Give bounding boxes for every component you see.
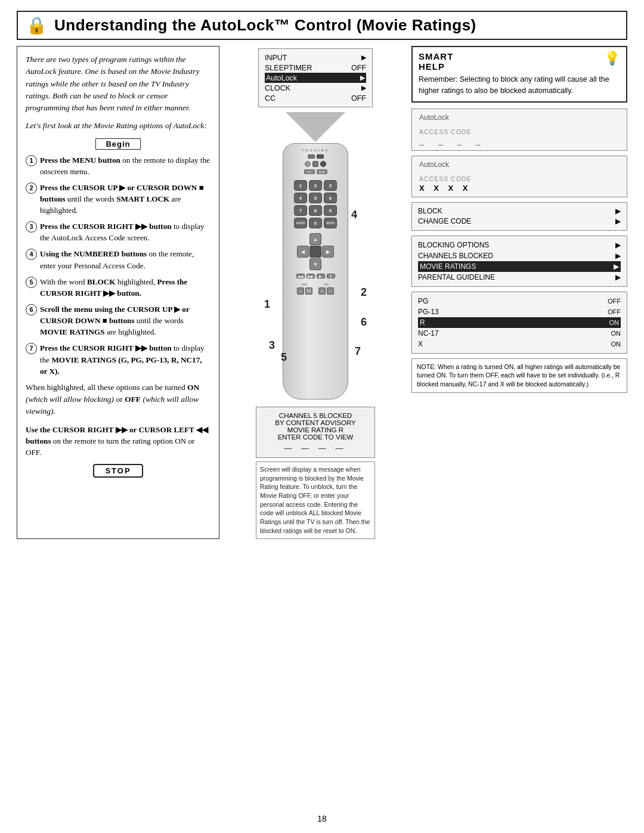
remote-illustration: TOSHIBA (256, 143, 375, 400)
remote-btn-auto2: AUTO (324, 218, 337, 228)
block-row-changecode: CHANGE CODE▶ (418, 216, 621, 227)
smart-help-body: Remember: Selecting to block any rating … (419, 74, 620, 97)
remote-vcr-btn: VCR (317, 169, 327, 174)
page-number: 18 (317, 814, 327, 823)
remote-tvcr-row: TV VCR (304, 169, 327, 174)
remote-icon-row (305, 161, 326, 167)
blocking-row-options: BLOCKING OPTIONS▶ (418, 240, 621, 250)
ch-label: CH (324, 283, 328, 286)
remote-body: TOSHIBA (283, 143, 348, 400)
step-6: 6 Scroll the menu using the CURSOR UP ▶ … (26, 304, 210, 337)
autolock-label1: AutoLock (419, 113, 620, 122)
smart-help-title: Smart Help 💡 (419, 51, 620, 72)
intro-italic: There are two types of program ratings w… (26, 55, 200, 112)
step-text-4: Using the NUMBERED buttons on the remote… (40, 248, 210, 271)
vol-up: + (297, 287, 304, 295)
page-header: 🔒 Understanding the AutoLock™ Control (M… (17, 11, 627, 40)
remote-icon-1 (305, 161, 311, 167)
blocking-row-movie-ratings: MOVIE RATINGS▶ (418, 261, 621, 272)
dpad-tr (322, 233, 334, 245)
right-column: Smart Help 💡 Remember: Selecting to bloc… (408, 46, 627, 539)
remote-btn-8: 8 (309, 205, 322, 216)
tv-menu-row-input: INPUT▶ (265, 52, 366, 63)
small-note: Screen will display a message when progr… (256, 462, 375, 539)
begin-label: Begin (26, 138, 210, 150)
rating-row-x: XON (418, 339, 621, 349)
dpad-down: ▼ (309, 258, 321, 270)
tv-menu-row-cc: CCOFF (265, 93, 366, 103)
center-column: INPUT▶ SLEEPTIMEROFF AutoLock▶ CLOCK▶ CC… (223, 46, 408, 539)
dpad-br (322, 258, 334, 270)
rating-row-nc17: NC-17ON (418, 328, 621, 339)
remote-brand: TOSHIBA (301, 148, 329, 152)
bottom-line2: BY CONTENT ADVISORY (262, 419, 369, 426)
step-3: 3 Press the CURSOR RIGHT ▶▶ button to di… (26, 221, 210, 243)
remote-dpad: ▲ ◀ ▶ ▼ (297, 233, 334, 270)
remote-top-buttons (308, 154, 324, 159)
remote-btn-auto: AUTO (294, 218, 307, 228)
autolock-screen2: AutoLock ACCESS CODE X X X X (411, 156, 627, 197)
remote-btn-sleep (308, 154, 315, 159)
step-num-2: 2 (26, 182, 37, 194)
ratings-box: PGOFF PG-13OFF RON NC-17ON XON (411, 292, 627, 354)
autolock-dashes: _ _ _ _ (419, 137, 620, 146)
rating-row-pg: PGOFF (418, 296, 621, 306)
remote-btn-3: 3 (324, 180, 337, 191)
step-5: 5 With the word BLOCK highlighted, Press… (26, 276, 210, 299)
page-title: Understanding the AutoLock™ Control (Mov… (54, 16, 476, 35)
bottom-line4: ENTER CODE TO VIEW (262, 433, 369, 441)
step-num-6: 6 (26, 304, 37, 315)
remote-btn-7: 7 (294, 205, 307, 216)
block-row-block: BLOCK▶ (418, 206, 621, 216)
dpad-up: ▲ (309, 233, 321, 245)
cursor-right-step: Use the CURSOR RIGHT ▶▶ or CURSOR LEFT ◀… (26, 424, 210, 458)
step-num-4: 4 (26, 249, 37, 260)
begin-box: Begin (95, 138, 140, 150)
step-text-3: Press the CURSOR RIGHT ▶▶ button to disp… (40, 221, 210, 243)
access-code-label2: ACCESS CODE (419, 175, 620, 182)
page: 🔒 Understanding the AutoLock™ Control (M… (0, 0, 644, 833)
remote-tv-btn: TV (304, 169, 315, 174)
step-overlay-5: 5 (281, 351, 287, 364)
ch-up: + (318, 287, 326, 295)
autolock-screen1: AutoLock ACCESS CODE _ _ _ _ (411, 109, 627, 151)
step-num-1: 1 (26, 155, 37, 166)
smart-help-title-text: Smart Help (419, 51, 453, 72)
bottom-line1: CHANNEL 5 BLOCKED (262, 412, 369, 419)
step-num-3: 3 (26, 221, 37, 233)
step-4: 4 Using the NUMBERED buttons on the remo… (26, 248, 210, 271)
ch-down: - (327, 287, 334, 295)
after-step7-text: When highlighted, all these options can … (26, 382, 210, 418)
step-num-5: 5 (26, 277, 37, 288)
step-overlay-2: 2 (361, 286, 367, 299)
step-text-1: Press the MENU button on the remote to d… (40, 154, 210, 177)
remote-volch: VOL + M CH + - (297, 283, 334, 295)
autolock-code-x: X X X X (419, 184, 620, 193)
bottom-center-box: CHANNEL 5 BLOCKED BY CONTENT ADVISORY MO… (256, 407, 375, 458)
access-code-label1: ACCESS CODE (419, 128, 620, 135)
remote-vol: VOL + M (297, 283, 312, 295)
remote-icon-3 (320, 161, 326, 167)
tv-menu-row-autolock: AutoLock▶ (265, 73, 366, 83)
autolock-label2: AutoLock (419, 160, 620, 169)
remote-rew: ◀◀ (296, 274, 305, 278)
remote-numpad: 1 2 3 4 5 6 7 8 9 AUTO 0 AUTO (294, 180, 337, 228)
blocking-row-parental: PARENTAL GUIDELINE▶ (418, 272, 621, 283)
lock-icon: 🔒 (26, 16, 47, 35)
remote-btn-0: 0 (309, 218, 322, 228)
remote-pause: ‖ (327, 274, 335, 278)
remote-btn-2: 2 (309, 180, 322, 191)
main-layout: There are two types of program ratings w… (17, 46, 627, 539)
left-column: There are two types of program ratings w… (17, 46, 219, 539)
step-text-7: Press the CURSOR RIGHT ▶▶ button to disp… (40, 342, 210, 376)
stop-box: STOP (93, 464, 143, 478)
bottom-line3: MOVIE RATING R (262, 426, 369, 433)
rating-row-r: RON (418, 317, 621, 328)
rating-row-pg13: PG-13OFF (418, 306, 621, 317)
down-arrow (286, 112, 345, 142)
remote-btn-9: 9 (324, 205, 337, 216)
blocking-options-box: BLOCKING OPTIONS▶ CHANNELS BLOCKED▶ MOVI… (411, 236, 627, 287)
dpad-bl (297, 258, 309, 270)
remote-icon-2 (312, 161, 318, 167)
dpad-right: ▶ (322, 246, 334, 258)
